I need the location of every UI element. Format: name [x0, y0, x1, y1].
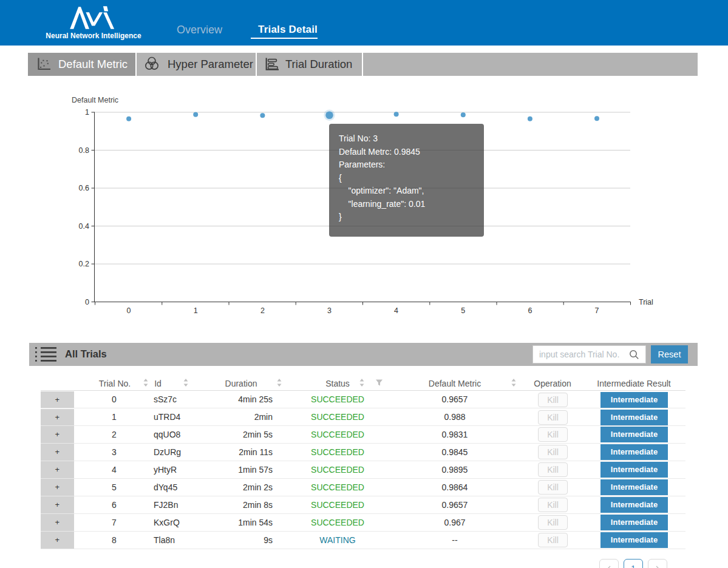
svg-text:0: 0	[85, 298, 89, 306]
svg-text:1: 1	[85, 108, 89, 117]
svg-text:Trial: Trial	[639, 298, 653, 306]
svg-text:0.4: 0.4	[79, 222, 89, 231]
svg-text:1: 1	[194, 306, 198, 315]
svg-text:0.2: 0.2	[79, 260, 89, 268]
svg-text:5: 5	[461, 306, 465, 315]
svg-text:0.6: 0.6	[79, 184, 89, 192]
svg-text:4: 4	[394, 306, 398, 315]
svg-text:0.8: 0.8	[79, 146, 89, 155]
svg-text:2: 2	[260, 306, 265, 315]
svg-text:6: 6	[528, 306, 532, 315]
svg-text:7: 7	[595, 306, 599, 315]
svg-text:Default Metric: Default Metric	[72, 96, 118, 104]
svg-text:3: 3	[327, 306, 332, 315]
svg-text:0: 0	[127, 306, 131, 315]
